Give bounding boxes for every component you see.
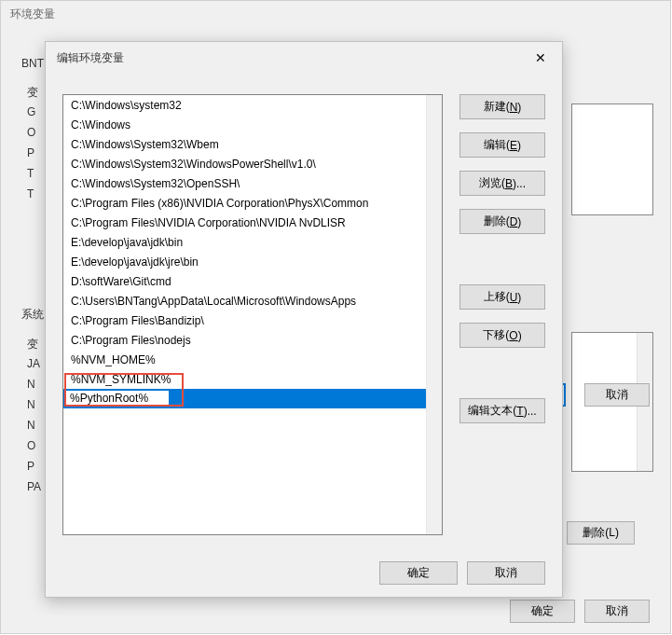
user-vars-label-col: 变GOPTT <box>27 85 38 203</box>
list-column: C:\Windows\system32C:\WindowsC:\Windows\… <box>62 94 443 535</box>
cancel-button-1[interactable]: 取消 <box>584 383 650 407</box>
close-button[interactable]: ✕ <box>521 44 560 72</box>
list-item[interactable]: C:\Windows\System32\OpenSSH\ <box>63 173 426 193</box>
list-item[interactable] <box>63 389 426 408</box>
list-item[interactable]: C:\Program Files\Bandizip\ <box>63 311 426 330</box>
user-var-row-label: G <box>27 105 38 121</box>
path-listbox[interactable]: C:\Windows\system32C:\WindowsC:\Windows\… <box>62 94 443 535</box>
user-vars-panel <box>571 104 653 215</box>
sys-var-row-label: N <box>27 398 41 414</box>
list-item[interactable]: C:\Program Files\nodejs <box>63 330 426 350</box>
cancel-button-3[interactable]: 取消 <box>584 600 650 623</box>
modal-body: C:\Windows\system32C:\WindowsC:\Windows\… <box>46 74 562 548</box>
user-vars-legend: BNT <box>21 57 44 70</box>
sys-var-row-label: P <box>27 460 41 476</box>
ok-button[interactable]: 确定 <box>379 561 458 585</box>
modal-footer: 确定 取消 <box>46 548 562 597</box>
user-var-row-label: O <box>27 126 38 142</box>
list-item[interactable]: C:\Users\BNTang\AppData\Local\Microsoft\… <box>63 291 426 311</box>
list-item[interactable]: C:\Windows\System32\WindowsPowerShell\v1… <box>63 154 426 173</box>
move-down-button[interactable]: 下移(O) <box>459 323 545 348</box>
user-var-row-label: T <box>27 167 38 183</box>
path-edit-input[interactable] <box>65 390 170 407</box>
list-item[interactable]: %NVM_SYMLINK% <box>63 369 426 389</box>
titlebar: 编辑环境变量 ✕ <box>46 42 562 74</box>
list-item[interactable]: C:\Windows\System32\Wbem <box>63 134 426 154</box>
user-var-row-label: P <box>27 146 38 162</box>
delete-l-button[interactable]: 删除(L) <box>567 521 635 545</box>
list-item[interactable]: E:\develop\java\jdk\bin <box>63 232 426 252</box>
sys-var-row-label: JA <box>27 357 41 373</box>
cancel-btn-wrap-1: 取消 <box>584 383 650 407</box>
list-item[interactable]: C:\Program Files (x86)\NVIDIA Corporatio… <box>63 193 426 213</box>
sys-vars-label-col: 变JANNNOPPA <box>27 337 41 496</box>
list-item[interactable]: D:\softWare\Git\cmd <box>63 271 426 291</box>
list-item[interactable]: E:\develop\java\jdk\jre\bin <box>63 252 426 271</box>
user-var-row-label: T <box>27 187 38 203</box>
sys-var-row-label: O <box>27 439 41 455</box>
ok-button-3[interactable]: 确定 <box>510 600 575 623</box>
new-button[interactable]: 新建(N) <box>459 94 545 119</box>
sys-var-row-label: N <box>27 419 41 435</box>
list-item[interactable]: C:\Windows <box>63 115 426 134</box>
user-var-row-label: 变 <box>27 85 38 101</box>
bg-btn-row-delete: 删除(L) <box>567 521 635 545</box>
cancel-button[interactable]: 取消 <box>467 561 545 585</box>
sys-vars-legend: 系统 <box>21 307 44 323</box>
sys-var-row-label: N <box>27 378 41 393</box>
sys-var-row-label: PA <box>27 480 41 496</box>
scrollbar[interactable] <box>426 95 442 534</box>
sys-var-row-label: 变 <box>27 337 41 352</box>
close-icon: ✕ <box>535 51 546 64</box>
move-up-button[interactable]: 上移(U) <box>459 284 545 310</box>
list-item[interactable]: %NVM_HOME% <box>63 350 426 369</box>
edit-button[interactable]: 编辑(E) <box>459 132 545 158</box>
side-buttons: 新建(N) 编辑(E) 浏览(B)... 删除(D) 上移(U) 下移(O) 编… <box>459 94 545 535</box>
dialog-title: 环境变量 <box>1 1 670 28</box>
delete-button[interactable]: 删除(D) <box>459 209 545 234</box>
bg-btn-row-3: 确定 取消 <box>510 600 650 623</box>
edit-text-button[interactable]: 编辑文本(T)... <box>459 398 545 423</box>
browse-button[interactable]: 浏览(B)... <box>459 171 545 196</box>
list-item[interactable]: C:\Windows\system32 <box>63 95 426 115</box>
modal-title: 编辑环境变量 <box>57 50 124 66</box>
list-item[interactable]: C:\Program Files\NVIDIA Corporation\NVID… <box>63 213 426 232</box>
edit-env-var-dialog: 编辑环境变量 ✕ C:\Windows\system32C:\WindowsC:… <box>45 41 563 598</box>
